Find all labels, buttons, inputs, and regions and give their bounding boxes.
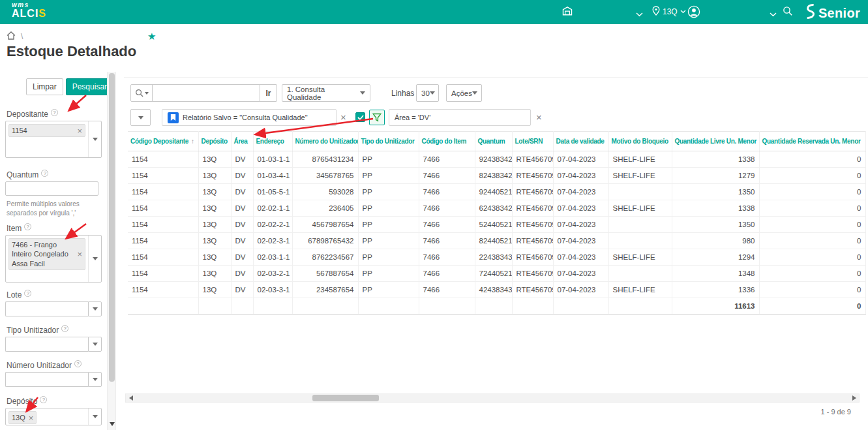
clear-button[interactable]: Limpar: [26, 78, 63, 95]
item-dropdown-button[interactable]: [88, 236, 101, 282]
table-row[interactable]: 115413QDV02-02-3-167898765432PP746682440…: [128, 233, 865, 249]
saved-report-select-value: 1. Consulta Qualidade: [287, 85, 360, 101]
column-header[interactable]: Tipo do Unitizador: [358, 132, 419, 151]
deposito-field[interactable]: 13Q ×: [5, 408, 102, 425]
column-header[interactable]: Endereço: [253, 132, 292, 151]
help-icon[interactable]: ?: [61, 325, 68, 332]
table-cell: 1338: [672, 200, 759, 217]
table-row[interactable]: 115413QDV02-03-1-18762234567PP7466224383…: [128, 249, 865, 266]
report-region: Ir 1. Consulta Qualidade Linhas 30 Ações…: [124, 77, 868, 430]
tipo-unitizador-field: [5, 337, 102, 352]
home-icon[interactable]: [7, 31, 16, 42]
column-header[interactable]: Quantum: [475, 132, 512, 151]
saved-report-chip[interactable]: Relatório Salvo = "Consulta Qualidade": [162, 109, 337, 126]
depositante-dropdown-button[interactable]: [88, 121, 101, 157]
numero-unitizador-input[interactable]: [5, 372, 88, 387]
warehouse-icon[interactable]: [562, 6, 573, 16]
filter-expression-chip[interactable]: Área = 'DV': [389, 109, 531, 126]
actions-button[interactable]: Ações: [446, 84, 482, 102]
chevron-down-icon: [93, 257, 98, 260]
table-cell: 1154: [128, 184, 198, 200]
depositante-field[interactable]: 1154 ×: [5, 121, 102, 158]
column-header[interactable]: Número do Unitizador: [292, 132, 358, 151]
rows-select-value: 30: [421, 89, 430, 97]
table-cell: PP: [358, 249, 419, 266]
column-header[interactable]: Motivo do Bloqueio: [608, 132, 672, 151]
filters-toggle-button[interactable]: [130, 109, 151, 126]
scroll-left-button[interactable]: [126, 394, 136, 402]
column-header[interactable]: Área: [231, 132, 253, 151]
column-header[interactable]: Data de validade: [553, 132, 608, 151]
favorite-star-icon[interactable]: ★: [147, 31, 156, 42]
remove-saved-report-icon[interactable]: ×: [340, 112, 346, 122]
lote-dropdown-button[interactable]: [88, 301, 102, 316]
rows-select[interactable]: 30: [416, 84, 439, 102]
chevron-down-icon[interactable]: [770, 10, 777, 19]
horizontal-scrollbar[interactable]: [125, 393, 860, 403]
table-cell: PP: [358, 217, 419, 233]
scroll-right-button[interactable]: [849, 394, 859, 402]
chevron-down-icon: [360, 91, 365, 95]
saved-report-select[interactable]: 1. Consulta Qualidade: [282, 84, 370, 102]
go-button[interactable]: Ir: [260, 84, 277, 102]
remove-value-icon[interactable]: ×: [77, 127, 82, 135]
filter-enabled-checkbox[interactable]: [355, 112, 365, 122]
help-icon[interactable]: ?: [40, 396, 47, 403]
scrollbar-thumb[interactable]: [109, 73, 115, 382]
selected-value-chip: 7466 - Frango Inteiro Congelado Assa Fac…: [8, 238, 85, 270]
location-selector[interactable]: 13Q: [652, 6, 686, 18]
item-field[interactable]: 7466 - Frango Inteiro Congelado Assa Fac…: [5, 235, 102, 283]
table-row[interactable]: 115413QDV02-02-1-1236405PP7466624383425R…: [128, 200, 865, 217]
column-header[interactable]: Lote/SRN: [512, 132, 553, 151]
tipo-unitizador-dropdown-button[interactable]: [88, 337, 102, 352]
remove-value-icon[interactable]: ×: [29, 414, 34, 422]
table-row[interactable]: 115413QDV01-05-5-1593028PP7466924405219R…: [128, 184, 865, 200]
table-cell: 02-02-2-1: [253, 217, 292, 233]
table-cell: 824383427: [475, 168, 512, 184]
scrollbar-thumb[interactable]: [312, 395, 379, 401]
deposito-dropdown-button[interactable]: [88, 408, 101, 425]
column-header[interactable]: Quantidade Livre Un. Menor: [672, 132, 759, 151]
table-cell: 1154: [128, 200, 198, 217]
search-column-selector[interactable]: [130, 84, 153, 102]
help-icon[interactable]: ?: [74, 360, 82, 367]
tipo-unitizador-input[interactable]: [5, 337, 88, 352]
table-cell: 1154: [128, 249, 198, 266]
sidebar-scrollbar[interactable]: [107, 72, 115, 430]
search-icon[interactable]: [783, 6, 793, 16]
table-row[interactable]: 115413QDV01-03-1-18765431234PP7466924383…: [128, 151, 865, 168]
table-cell: 02-02-3-1: [253, 233, 292, 249]
table-row[interactable]: 115413QDV01-03-4-1345678765PP74668243834…: [128, 168, 865, 184]
report-search-input[interactable]: [152, 84, 260, 102]
column-header[interactable]: Depósito: [198, 132, 231, 151]
column-header[interactable]: Quantidade Reservada Un. Menor: [759, 132, 865, 151]
column-header[interactable]: Código Depositante↑: [128, 132, 198, 151]
table-cell: 07-04-2023: [553, 184, 608, 200]
table-cell: SHELF-LIFE: [608, 168, 672, 184]
filter-funnel-button[interactable]: [369, 110, 385, 125]
help-icon[interactable]: ?: [41, 170, 48, 177]
remove-filter-icon[interactable]: ×: [536, 112, 542, 122]
totals-cell: [358, 298, 419, 315]
help-icon[interactable]: ?: [24, 290, 31, 297]
remove-value-icon[interactable]: ×: [77, 250, 82, 258]
user-avatar-icon[interactable]: [687, 5, 700, 18]
help-icon[interactable]: ?: [51, 109, 58, 116]
numero-unitizador-dropdown-button[interactable]: [88, 372, 102, 387]
totals-cell: 0: [759, 298, 865, 315]
table-cell: 0: [759, 184, 865, 200]
help-icon[interactable]: ?: [24, 223, 31, 230]
table-row[interactable]: 115413QDV02-02-2-14567987654PP7466524405…: [128, 217, 865, 233]
chevron-down-icon[interactable]: [636, 10, 643, 19]
quantum-input[interactable]: [5, 181, 98, 196]
quantum-hint: Permite múltiplos valores separados por …: [7, 200, 106, 217]
chevron-down-icon: [93, 343, 98, 346]
table-cell: 7466: [419, 168, 475, 184]
column-header[interactable]: Código do Item: [419, 132, 475, 151]
senior-logo: Senior: [803, 3, 860, 23]
scroll-down-button[interactable]: [108, 419, 116, 429]
table-row[interactable]: 115413QDV02-03-3-1234587654PP74664243834…: [128, 282, 865, 298]
table-cell: 01-03-1-1: [253, 151, 292, 168]
lote-input[interactable]: [5, 301, 88, 316]
table-row[interactable]: 115413QDV02-03-2-1567887654PP74667244052…: [128, 266, 865, 282]
